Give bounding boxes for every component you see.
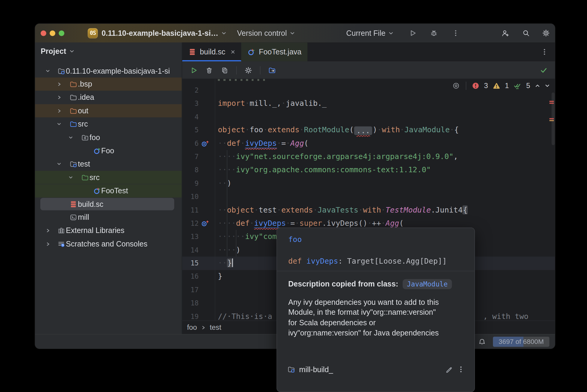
more-options-button[interactable] bbox=[452, 24, 459, 43]
settings-button[interactable] bbox=[244, 66, 252, 74]
breadcrumb-item-foo[interactable]: foo bbox=[187, 323, 197, 332]
override-gutter-icon[interactable] bbox=[201, 220, 209, 227]
tree-item-out[interactable]: out bbox=[35, 104, 182, 118]
tree-item-mill[interactable]: mill bbox=[35, 211, 182, 224]
popup-module-link[interactable]: foo bbox=[288, 235, 302, 244]
previous-problem-button[interactable] bbox=[535, 84, 540, 88]
memory-indicator[interactable]: 3697 of 6800M bbox=[493, 337, 549, 347]
override-gutter-icon[interactable] bbox=[201, 140, 209, 147]
tree-item-scratches-and-consoles[interactable]: Scratches and Consoles bbox=[35, 237, 182, 251]
code-line-8[interactable]: 8····ivy"org.apache.commons:commons-text… bbox=[182, 163, 555, 176]
code-line-6[interactable]: 6··def·ivyDeps·=·Agg( bbox=[182, 137, 555, 150]
editor-tab-bar: build.scFooTest.java bbox=[182, 42, 555, 61]
tree-selection bbox=[40, 198, 174, 210]
close-button[interactable] bbox=[41, 30, 46, 36]
code-line-9[interactable]: 9··) bbox=[182, 177, 555, 190]
code-line-3[interactable]: 3import·mill._,·javalib._ bbox=[182, 97, 555, 110]
error-stripe-mark[interactable] bbox=[549, 118, 554, 122]
minimize-button[interactable] bbox=[50, 30, 55, 36]
tree-item--bsp[interactable]: .bsp bbox=[35, 78, 182, 91]
line-number: 16 bbox=[182, 270, 199, 283]
run-configuration-selector[interactable]: Current File bbox=[346, 24, 393, 43]
tree-item-foo[interactable]: foo bbox=[35, 131, 182, 144]
code-line-10[interactable]: 10 bbox=[182, 190, 555, 203]
project-selector[interactable]: 0.11.10-example-basicjava-1-si… bbox=[102, 24, 226, 43]
tree-item-label: mill bbox=[78, 213, 89, 222]
tab-build-sc[interactable]: build.sc bbox=[182, 42, 241, 61]
copy-button[interactable] bbox=[221, 66, 229, 74]
popup-description-label: Description copied from class: bbox=[288, 280, 398, 289]
text-caret bbox=[232, 259, 233, 267]
project-avatar-label: 0S bbox=[88, 28, 98, 38]
open-artifact-button[interactable] bbox=[268, 66, 276, 74]
tree-item-external-libraries[interactable]: External Libraries bbox=[35, 224, 182, 237]
code-line-7[interactable]: 7····ivy"net.sourceforge.argparse4j:argp… bbox=[182, 150, 555, 163]
javamodule-class-chip[interactable]: JavaModule bbox=[403, 279, 452, 289]
tree-item--idea[interactable]: .idea bbox=[35, 91, 182, 104]
delete-button[interactable] bbox=[205, 66, 213, 74]
warning-icon bbox=[493, 82, 500, 89]
tree-item-0-11-10-example-basicjava-1-si[interactable]: 0.11.10-example-basicjava-1-si bbox=[35, 64, 182, 78]
line-number: 19 bbox=[182, 310, 199, 320]
folder-plain-icon bbox=[69, 94, 77, 101]
line-number: 12 bbox=[182, 217, 199, 230]
tree-item-build-sc[interactable]: build.sc bbox=[35, 198, 182, 211]
settings-button[interactable] bbox=[542, 24, 550, 43]
edit-pencil-icon[interactable] bbox=[445, 366, 453, 373]
popup-description-text: Any ivy dependencies you want to add to … bbox=[288, 297, 439, 338]
error-stripe-mark[interactable] bbox=[549, 101, 554, 105]
more-options-icon[interactable] bbox=[457, 366, 465, 373]
breadcrumb-item-test[interactable]: test bbox=[210, 323, 221, 332]
tree-item-label: .idea bbox=[78, 93, 94, 102]
inspections-widget[interactable]: 315 bbox=[452, 82, 550, 90]
close-icon[interactable] bbox=[231, 50, 235, 54]
tree-item-test[interactable]: test bbox=[35, 158, 182, 171]
notifications-bell-icon[interactable] bbox=[478, 338, 486, 345]
chevron-down-icon[interactable] bbox=[69, 175, 73, 180]
class-test-icon bbox=[93, 187, 101, 194]
desktop: 0S 0.11.10-example-basicjava-1-si… Versi… bbox=[0, 0, 587, 392]
tab-footest-java[interactable]: FooTest.java bbox=[241, 42, 308, 61]
chevron-down-icon[interactable] bbox=[69, 135, 73, 140]
run-button[interactable] bbox=[409, 24, 416, 43]
passed-check-icon bbox=[514, 82, 521, 90]
tree-item-src[interactable]: src bbox=[35, 171, 182, 184]
module-folder-icon bbox=[287, 366, 295, 373]
reader-mode-eye-icon[interactable] bbox=[452, 82, 460, 90]
tab-options-button[interactable] bbox=[541, 42, 548, 61]
build-status-check-icon[interactable] bbox=[540, 66, 548, 74]
chevron-right-icon[interactable] bbox=[45, 228, 50, 233]
chevron-right-icon[interactable] bbox=[57, 82, 61, 87]
code-line-5[interactable]: 5object·foo·extends·RootModule(...)·with… bbox=[182, 124, 555, 137]
chevron-right-icon[interactable] bbox=[57, 95, 61, 100]
code-line-4[interactable]: 4 bbox=[182, 110, 555, 123]
version-control-menu[interactable]: Version control bbox=[237, 24, 295, 43]
run-button[interactable] bbox=[190, 66, 198, 74]
debug-button[interactable] bbox=[430, 24, 438, 43]
chevron-right-icon[interactable] bbox=[57, 109, 61, 113]
class-run-icon bbox=[93, 147, 101, 155]
line-number: 7 bbox=[182, 150, 199, 163]
line-number: 9 bbox=[182, 177, 199, 190]
project-tree: 0.11.10-example-basicjava-1-si.bsp.ideao… bbox=[35, 42, 182, 334]
code-line-11[interactable]: 11··object·test·extends·JavaTests·with·T… bbox=[182, 203, 555, 216]
folder-excluded-icon bbox=[69, 81, 77, 88]
search-button[interactable] bbox=[522, 24, 530, 43]
next-problem-button[interactable] bbox=[545, 84, 550, 88]
folded-code-badge[interactable]: ... bbox=[354, 127, 372, 135]
add-user-button[interactable] bbox=[502, 24, 509, 43]
tree-item-foo[interactable]: Foo bbox=[35, 144, 182, 158]
memory-usage-label: 3697 of 6800M bbox=[493, 337, 549, 347]
chevron-right-icon[interactable] bbox=[45, 242, 50, 246]
toolbar-divider bbox=[236, 66, 237, 75]
warning-count: 1 bbox=[505, 82, 509, 90]
chevron-down-icon bbox=[389, 31, 393, 35]
chevron-down-icon[interactable] bbox=[45, 69, 50, 73]
chevron-down-icon[interactable] bbox=[57, 122, 61, 127]
zoom-button[interactable] bbox=[59, 30, 64, 36]
tree-item-label: External Libraries bbox=[66, 226, 124, 235]
tree-item-footest[interactable]: FooTest bbox=[35, 184, 182, 198]
tree-item-src[interactable]: src bbox=[35, 118, 182, 131]
tree-item-label: Scratches and Consoles bbox=[66, 240, 147, 248]
chevron-down-icon[interactable] bbox=[57, 162, 61, 166]
